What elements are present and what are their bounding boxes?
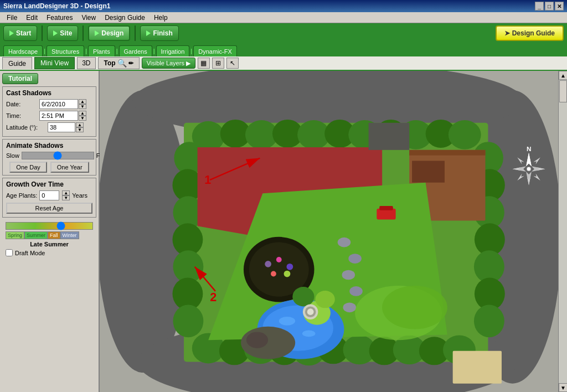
latitude-up-btn[interactable]: ▲ [76, 122, 84, 127]
age-row: Age Plants: ▲ ▼ Years [6, 190, 92, 200]
svg-point-65 [246, 332, 268, 348]
maximize-button[interactable]: □ [545, 2, 554, 11]
tab-gardens[interactable]: Gardens [119, 45, 152, 56]
svg-point-50 [265, 261, 271, 267]
svg-text:2: 2 [210, 290, 217, 304]
age-up-btn[interactable]: ▲ [62, 190, 70, 195]
latitude-row: Latitude (°): ▲ ▼ [6, 122, 92, 132]
latitude-spinner: ▲ ▼ [76, 122, 84, 132]
svg-rect-90 [453, 351, 502, 384]
guide-tab[interactable]: Guide [2, 57, 32, 69]
sep-t1: | [44, 45, 45, 56]
latitude-label: Latitude (°): [6, 124, 48, 131]
one-day-button[interactable]: One Day [9, 162, 47, 173]
season-area: Spring Summer Fall Winter Late Summer Dr… [2, 220, 96, 259]
design-button[interactable]: Design [88, 25, 130, 41]
design-guide-button[interactable]: ➤ Design Guide [496, 25, 564, 41]
tab-hardscape[interactable]: Hardscape [3, 45, 43, 56]
reset-age-button[interactable]: Reset Age [6, 203, 92, 214]
menu-features[interactable]: Features [42, 13, 77, 23]
date-input[interactable] [39, 99, 78, 109]
tab-dynamic-fx[interactable]: Dynamic-FX [193, 45, 237, 56]
draft-mode-checkbox[interactable] [6, 249, 13, 256]
time-row: Time: ▲ ▼ [6, 111, 92, 121]
tutorial-button[interactable]: Tutorial [2, 73, 38, 84]
time-down-btn[interactable]: ▼ [79, 116, 86, 121]
age-down-btn[interactable]: ▼ [62, 195, 70, 200]
toolbar1: Start Site Design Finish ➤ Design Guide [0, 23, 567, 43]
cast-shadows-title: Cast Shadows [6, 89, 92, 97]
menu-help[interactable]: Help [150, 13, 172, 23]
start-play-icon [9, 30, 14, 36]
layers-icon-btn1[interactable]: ▦ [198, 58, 210, 69]
menu-bar: File Edit Features View Design Guide Hel… [0, 12, 567, 23]
menu-design-guide[interactable]: Design Guide [100, 13, 150, 23]
title-bar-controls: _ □ ✕ [535, 2, 564, 11]
one-year-button[interactable]: One Year [50, 162, 89, 173]
scroll-down-arrow[interactable]: ▼ [559, 383, 567, 392]
latitude-input[interactable] [48, 122, 75, 132]
left-panel: Tutorial Cast Shadows Date: ▲ ▼ Time: ▲ … [0, 71, 100, 392]
svg-point-16 [449, 120, 481, 149]
window-title: Sierra LandDesigner 3D - Design1 [3, 2, 110, 10]
pencil-icon[interactable]: ✏ [128, 60, 133, 67]
sep-t2: | [85, 45, 87, 56]
fall-label: Fall [48, 231, 60, 239]
menu-edit[interactable]: Edit [22, 13, 42, 23]
speed-slider[interactable] [22, 152, 94, 159]
toolbar3: Guide Mini View 3D Top 🔍 ✏ Visible Layer… [0, 56, 567, 71]
tab-plants[interactable]: Plants [88, 45, 115, 56]
layers-icon-btn2[interactable]: ⊞ [212, 58, 224, 69]
sep-t5: | [190, 45, 192, 56]
svg-point-67 [382, 286, 447, 329]
svg-point-81 [527, 167, 531, 171]
latitude-down-btn[interactable]: ▼ [76, 127, 84, 132]
cursor-icon-btn[interactable]: ↖ [226, 58, 239, 69]
time-up-btn[interactable]: ▲ [79, 111, 86, 116]
age-spinner: ▲ ▼ [62, 190, 70, 200]
site-button[interactable]: Site [47, 25, 78, 41]
close-button[interactable]: ✕ [555, 2, 564, 11]
main-content: Tutorial Cast Shadows Date: ▲ ▼ Time: ▲ … [0, 71, 567, 392]
zoom-in-icon[interactable]: 🔍 [117, 59, 127, 68]
svg-rect-45 [412, 161, 445, 182]
garden-svg: N [100, 71, 558, 392]
svg-point-59 [343, 303, 357, 313]
svg-text:N: N [527, 145, 532, 152]
summer-label: Summer [24, 231, 48, 239]
top-tab[interactable]: Top 🔍 ✏ [98, 57, 140, 69]
date-row: Date: ▲ ▼ [6, 99, 92, 109]
sep-t3: | [116, 45, 118, 56]
finish-button[interactable]: Finish [140, 25, 178, 41]
minimize-button[interactable]: _ [535, 2, 544, 11]
scroll-up-arrow[interactable]: ▲ [559, 71, 567, 80]
3d-tab[interactable]: 3D [77, 57, 95, 69]
svg-point-55 [338, 238, 351, 247]
slow-label: Slow [6, 152, 19, 159]
svg-rect-44 [409, 150, 485, 156]
menu-file[interactable]: File [2, 13, 22, 23]
years-label: Years [72, 192, 87, 199]
date-up-btn[interactable]: ▲ [79, 99, 86, 104]
tab-irrigation[interactable]: Irrigation [156, 45, 190, 56]
time-input[interactable] [39, 111, 78, 121]
start-button[interactable]: Start [3, 25, 37, 41]
garden-canvas[interactable]: N [100, 71, 558, 392]
scroll-thumb[interactable] [559, 80, 567, 102]
spring-label: Spring [6, 231, 24, 239]
visible-layers-button[interactable]: Visible Layers ▶ [142, 58, 195, 69]
tab-structures[interactable]: Structures [47, 45, 84, 56]
season-slider[interactable] [6, 222, 93, 230]
vertical-scrollbar[interactable]: ▲ ▼ [558, 71, 567, 392]
menu-view[interactable]: View [77, 13, 100, 23]
sep-t4: | [153, 45, 155, 56]
svg-point-30 [474, 305, 504, 337]
svg-point-62 [279, 317, 295, 326]
scroll-track[interactable] [559, 80, 567, 383]
age-input[interactable] [39, 190, 59, 200]
svg-point-54 [284, 271, 291, 277]
mini-view-tab[interactable]: Mini View [34, 57, 75, 69]
date-down-btn[interactable]: ▼ [79, 104, 86, 109]
svg-text:1: 1 [204, 173, 211, 187]
svg-rect-46 [369, 123, 410, 150]
